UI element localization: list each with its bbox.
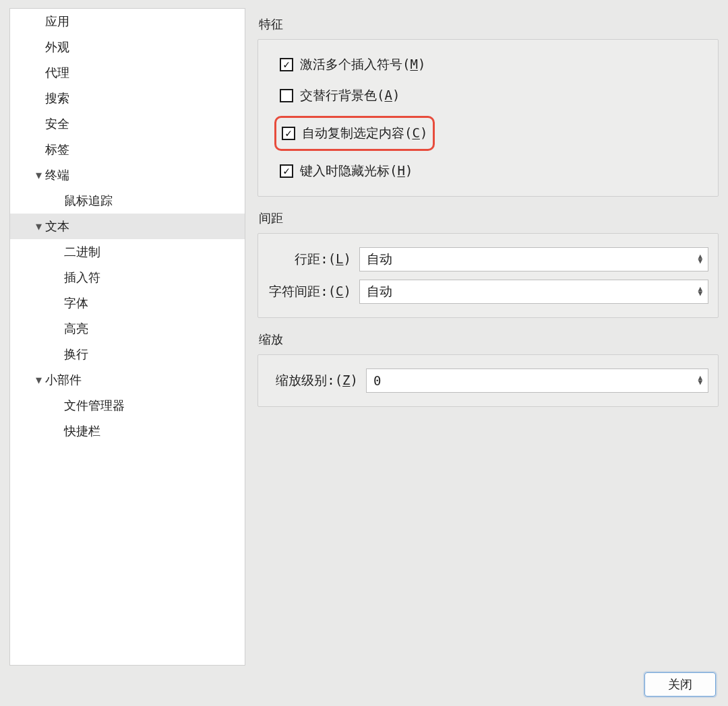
section-title-zoom: 缩放 <box>257 329 719 350</box>
sidebar-item-13[interactable]: 换行 <box>10 342 245 367</box>
checkbox-hide-cursor[interactable]: 键入时隐藏光标(H) <box>268 156 708 187</box>
close-button-label: 关闭 <box>668 676 692 693</box>
sidebar-item-15[interactable]: 文件管理器 <box>10 393 245 418</box>
spinner-value: 0 <box>373 373 381 388</box>
sidebar-item-label: 终端 <box>45 167 69 183</box>
sidebar-item-label: 鼠标追踪 <box>64 193 113 209</box>
sidebar-item-label: 搜索 <box>45 90 69 106</box>
sidebar-item-12[interactable]: 高亮 <box>10 316 245 342</box>
sidebar-item-8[interactable]: ▾文本 <box>10 214 245 239</box>
sidebar-item-10[interactable]: 插入符 <box>10 265 245 290</box>
sidebar-item-3[interactable]: 搜索 <box>10 86 245 111</box>
sidebar-item-label: 高亮 <box>64 321 88 337</box>
section-title-spacing: 间距 <box>257 207 719 229</box>
label-line-spacing: 行距:(L) <box>268 251 351 268</box>
body: 应用外观代理搜索安全标签▾终端鼠标追踪▾文本二进制插入符字体高亮换行▾小部件文件… <box>0 0 728 666</box>
content-pane: 特征 激活多个插入符号(M) 交替行背景色(A) <box>257 8 719 666</box>
expander-icon[interactable]: ▾ <box>32 373 45 387</box>
sidebar-item-label: 小部件 <box>45 372 82 388</box>
checkbox-icon[interactable] <box>282 127 295 140</box>
spacing-frame: 行距:(L) 自动 ▲▼ 字符间距:(C) 自动 ▲▼ <box>257 233 719 318</box>
sidebar-item-label: 应用 <box>45 13 69 30</box>
dialog-footer: 关闭 <box>0 666 728 706</box>
sidebar-item-label: 外观 <box>45 39 69 55</box>
sidebar-item-14[interactable]: ▾小部件 <box>10 367 245 393</box>
sidebar-item-label: 安全 <box>45 116 69 132</box>
close-button[interactable]: 关闭 <box>644 672 716 697</box>
sidebar-tree[interactable]: 应用外观代理搜索安全标签▾终端鼠标追踪▾文本二进制插入符字体高亮换行▾小部件文件… <box>9 8 245 666</box>
sidebar-item-label: 标签 <box>45 141 69 158</box>
checkbox-icon <box>280 58 293 71</box>
sidebar-item-5[interactable]: 标签 <box>10 137 245 162</box>
sidebar-item-label: 文本 <box>45 218 69 234</box>
sidebar-item-9[interactable]: 二进制 <box>10 239 245 265</box>
spinner-value: 自动 <box>367 283 392 300</box>
row-zoom-level: 缩放级别:(Z) 0 ▲▼ <box>268 364 708 397</box>
sidebar-item-label: 换行 <box>64 346 88 362</box>
zoom-frame: 缩放级别:(Z) 0 ▲▼ <box>257 354 719 407</box>
checkbox-label: 激活多个插入符号(M) <box>300 56 425 73</box>
label-char-spacing: 字符间距:(C) <box>268 283 351 300</box>
label-zoom-level: 缩放级别:(Z) <box>268 372 358 389</box>
sidebar-item-label: 文件管理器 <box>64 397 125 414</box>
sidebar-item-7[interactable]: 鼠标追踪 <box>10 188 245 214</box>
spinner-arrows-icon[interactable]: ▲▼ <box>698 255 705 263</box>
sidebar-item-label: 代理 <box>45 65 69 81</box>
highlight-auto-copy: 自动复制选定内容(C) <box>274 116 435 151</box>
spinner-arrows-icon[interactable]: ▲▼ <box>698 376 705 385</box>
features-frame: 激活多个插入符号(M) 交替行背景色(A) 自动复制选定内容(C) <box>257 39 719 197</box>
row-char-spacing: 字符间距:(C) 自动 ▲▼ <box>268 276 708 308</box>
expander-icon[interactable]: ▾ <box>32 219 45 234</box>
sidebar-item-label: 二进制 <box>64 244 100 260</box>
sidebar-item-4[interactable]: 安全 <box>10 111 245 137</box>
spinner-zoom-level[interactable]: 0 ▲▼ <box>366 368 708 393</box>
spinner-arrows-icon[interactable]: ▲▼ <box>698 287 705 296</box>
spinner-line-spacing[interactable]: 自动 ▲▼ <box>359 247 708 271</box>
checkbox-alt-rows[interactable]: 交替行背景色(A) <box>268 80 708 111</box>
section-title-features: 特征 <box>257 13 719 35</box>
sidebar-item-label: 快捷栏 <box>64 423 100 439</box>
expander-icon[interactable]: ▾ <box>32 168 45 183</box>
sidebar-item-label: 字体 <box>64 295 88 311</box>
sidebar-item-label: 插入符 <box>64 269 100 286</box>
checkbox-multi-caret[interactable]: 激活多个插入符号(M) <box>268 49 708 80</box>
spinner-value: 自动 <box>367 251 392 268</box>
sidebar-item-2[interactable]: 代理 <box>10 60 245 86</box>
checkbox-icon <box>280 89 293 102</box>
checkbox-label[interactable]: 自动复制选定内容(C) <box>302 125 427 142</box>
preferences-window: 应用外观代理搜索安全标签▾终端鼠标追踪▾文本二进制插入符字体高亮换行▾小部件文件… <box>0 0 728 706</box>
checkbox-label: 键入时隐藏光标(H) <box>300 162 413 180</box>
sidebar-item-1[interactable]: 外观 <box>10 34 245 60</box>
checkbox-icon <box>280 164 293 178</box>
checkbox-auto-copy-row: 自动复制选定内容(C) <box>268 111 708 156</box>
sidebar-item-11[interactable]: 字体 <box>10 290 245 316</box>
checkbox-label: 交替行背景色(A) <box>300 87 400 104</box>
sidebar-item-6[interactable]: ▾终端 <box>10 162 245 188</box>
row-line-spacing: 行距:(L) 自动 ▲▼ <box>268 243 708 276</box>
spinner-char-spacing[interactable]: 自动 ▲▼ <box>359 280 708 304</box>
sidebar-item-0[interactable]: 应用 <box>10 9 245 34</box>
sidebar-item-16[interactable]: 快捷栏 <box>10 418 245 444</box>
